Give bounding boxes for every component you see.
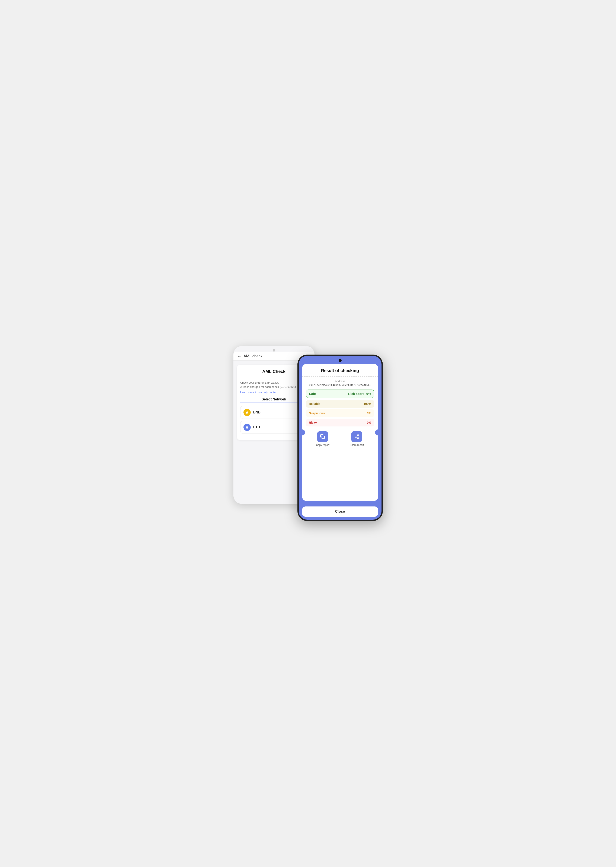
svg-line-10	[356, 437, 358, 438]
bnb-icon	[244, 409, 251, 416]
safe-label: Safe	[309, 392, 316, 396]
camera-notch-back	[273, 349, 275, 352]
svg-marker-0	[245, 411, 249, 414]
copy-icon	[317, 431, 328, 442]
copy-report-label: Copy report	[316, 443, 330, 446]
risky-value: 0%	[367, 421, 371, 424]
dashed-divider	[302, 376, 378, 377]
ticket-notch-left	[299, 429, 305, 435]
risk-row-suspicious: Suspicious 0%	[306, 409, 374, 417]
safe-badge: Safe Risk score: 0%	[306, 390, 374, 398]
help-link[interactable]: Learn more in our help canter	[240, 391, 277, 394]
svg-rect-6	[322, 436, 325, 438]
action-row: Copy report	[306, 431, 374, 446]
risky-label: Risky	[309, 421, 317, 424]
copy-report-button[interactable]: Copy report	[316, 431, 330, 446]
eth-label: ETH	[253, 426, 260, 429]
risk-row-risky: Risky 0%	[306, 419, 374, 426]
reliable-value: 100%	[364, 402, 371, 405]
share-report-label: Share report	[350, 443, 364, 446]
front-screen: Result of checking Address 0x873c2269a4C…	[299, 356, 382, 520]
camera-punch-hole	[339, 359, 342, 362]
result-card: Result of checking Address 0x873c2269a4C…	[302, 364, 378, 501]
suspicious-label: Suspicious	[309, 412, 325, 415]
share-report-button[interactable]: Share report	[350, 431, 364, 446]
result-container: Result of checking Address 0x873c2269a4C…	[299, 362, 382, 504]
close-button-wrap: Close	[299, 504, 382, 520]
reliable-label: Reliable	[309, 402, 321, 405]
svg-line-11	[356, 436, 358, 437]
bnb-label: BNB	[253, 410, 261, 414]
share-icon	[351, 431, 362, 442]
risk-row-reliable: Reliable 100%	[306, 400, 374, 408]
address-value: 0x873c2269a4C2BC4dD9b7606993Dc70722b4A05…	[306, 383, 374, 386]
address-label: Address	[306, 380, 374, 383]
page-title: AML check	[244, 354, 262, 358]
result-title: Result of checking	[306, 368, 374, 373]
scene: ← AML check AML Check Check your BNB or …	[233, 346, 383, 521]
back-arrow-icon[interactable]: ←	[237, 354, 242, 359]
ticket-notch-right	[375, 429, 381, 435]
front-phone: Result of checking Address 0x873c2269a4C…	[297, 355, 383, 521]
close-button[interactable]: Close	[302, 506, 378, 517]
eth-icon	[244, 424, 251, 431]
risk-score: Risk score: 0%	[348, 392, 371, 396]
suspicious-value: 0%	[367, 412, 371, 415]
